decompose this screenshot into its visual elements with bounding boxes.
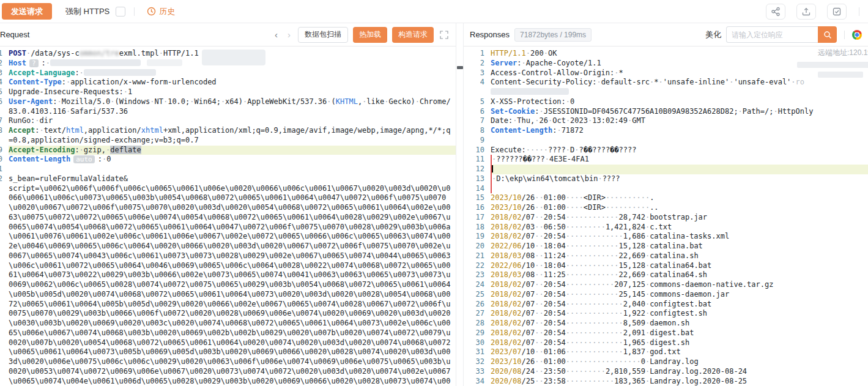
- line-content[interactable]: 2018/02/07··20:54············28,742·boot…: [491, 213, 868, 223]
- build-request-button[interactable]: 构造请求: [392, 27, 434, 43]
- line-content[interactable]: s_bean=ruleFormulaValidate& script=\u006…: [9, 174, 456, 386]
- code-line[interactable]: 222022/06/10··18:04············15,128·ca…: [464, 261, 868, 271]
- line-content[interactable]: 2018/02/07··20:54···········207,125·comm…: [491, 280, 868, 290]
- line-content[interactable]: [491, 165, 868, 174]
- line-content[interactable]: Date:·Thu,·26·Oct·2023·13:02:49·GMT: [491, 116, 868, 126]
- code-line[interactable]: 8Accept:·text/html,application/xhtml+xml…: [0, 126, 456, 146]
- code-line[interactable]: 332020/08/24··23:50·········2,810,559·La…: [464, 367, 868, 377]
- code-line[interactable]: 182018/02/03··06:50·········1,421,824·c.…: [464, 223, 868, 232]
- code-line[interactable]: 282018/02/07··20:54·············8,509·da…: [464, 319, 868, 328]
- code-line[interactable]: 262018/02/07··20:54·············2,040·co…: [464, 300, 868, 310]
- line-content[interactable]: 2023/07/10··01:06·············1,837·god.…: [491, 347, 868, 357]
- code-line[interactable]: 7RunGo:·dir: [0, 116, 456, 126]
- line-content[interactable]: User-Agent:·Mozilla/5.0·(Windows·NT·10.0…: [9, 97, 456, 117]
- line-content[interactable]: Content-Lengthauto:·0: [9, 155, 456, 165]
- line-content[interactable]: 2018/02/07··20:54·············8,509·daem…: [491, 319, 868, 328]
- code-line[interactable]: 9Accept-Encoding:·gzip,·deflate: [0, 146, 456, 155]
- line-content[interactable]: 2018/03/08··11:25············22,669·cata…: [491, 270, 868, 280]
- response-search-input[interactable]: [726, 26, 818, 43]
- line-content[interactable]: RunGo:·dir: [9, 116, 456, 126]
- code-line[interactable]: 212018/03/08··11:24············22,669·ca…: [464, 251, 868, 261]
- hot-reload-button[interactable]: 热加载: [353, 27, 387, 43]
- code-line[interactable]: 252018/02/07··20:54············25,145·co…: [464, 290, 868, 300]
- line-content[interactable]: Upgrade-Insecure-Requests:·1: [9, 87, 456, 97]
- code-line[interactable]: 5Upgrade-Insecure-Requests:·1: [0, 87, 456, 97]
- line-content[interactable]: 2018/02/03··06:50·········1,421,824·c.tx…: [491, 223, 868, 232]
- code-line[interactable]: 3Accept-Language:·: [0, 69, 456, 78]
- line-content[interactable]: 2022/06/10··18:04············15,128·cata…: [491, 261, 868, 271]
- code-line[interactable]: 9: [464, 136, 868, 146]
- tasks-button[interactable]: [827, 4, 847, 20]
- response-search-button[interactable]: [818, 26, 837, 43]
- line-content[interactable]: 2023/10/26··01:00····<DIR>··········..: [491, 203, 868, 213]
- line-content[interactable]: 2020/08/24··23:50·········2,810,559·Land…: [491, 367, 868, 377]
- line-content[interactable]: Content-Security-Policy:·default-src·*·'…: [491, 78, 868, 97]
- line-content[interactable]: 2018/03/08··11:24············22,669·cata…: [491, 251, 868, 261]
- code-line[interactable]: 242018/02/07··20:54···········207,125·co…: [464, 280, 868, 290]
- line-content[interactable]: Access-Control-Allow-Origin:·*: [491, 69, 868, 78]
- code-line[interactable]: 10Content-Lengthauto:·0: [0, 155, 456, 165]
- line-content[interactable]: 2023/10/26··01:00·················0·Land…: [491, 357, 868, 367]
- code-line[interactable]: 172018/02/07··20:54············28,742·bo…: [464, 213, 868, 223]
- code-line[interactable]: 312023/07/10··01:06·············1,837·go…: [464, 347, 868, 357]
- line-content[interactable]: Accept:·text/html,application/xhtml+xml,…: [9, 126, 456, 146]
- code-line[interactable]: 5X-XSS-Protection:·0: [464, 97, 868, 107]
- code-line[interactable]: 202022/06/10··18:04············15,128·ca…: [464, 242, 868, 251]
- line-content[interactable]: Set-Cookie:·JSESSIONID=DF04567C47756A10B…: [491, 107, 868, 117]
- code-line[interactable]: 302018/02/07··20:54·············1,965·di…: [464, 338, 868, 348]
- line-content[interactable]: 2018/02/07··20:54·············2,040·conf…: [491, 300, 868, 310]
- code-line[interactable]: 7Date:·Thu,·26·Oct·2023·13:02:49·GMT: [464, 116, 868, 126]
- history-next-button[interactable]: ›: [285, 30, 293, 39]
- line-content[interactable]: Accept-Language:·: [9, 69, 456, 78]
- share-button[interactable]: [766, 4, 785, 20]
- line-content[interactable]: Content-Type:·application/x-www-form-url…: [9, 78, 456, 87]
- line-content[interactable]: 2018/02/07··20:54·············1,922·conf…: [491, 309, 868, 319]
- force-https-checkbox[interactable]: [116, 7, 125, 17]
- send-request-button[interactable]: 发送请求: [2, 3, 52, 20]
- line-content[interactable]: 2018/02/07··20:54·············1,965·dige…: [491, 338, 868, 348]
- line-content[interactable]: ·??????��???·4E3E-4FA1: [491, 155, 868, 165]
- line-content[interactable]: Execute:·····????·D·?��????��????: [491, 146, 868, 155]
- chrome-browser-icon[interactable]: [852, 30, 862, 40]
- code-line[interactable]: 4Content-Security-Policy:·default-src·*·…: [464, 78, 868, 97]
- line-content[interactable]: 2020/08/25··23:58···········183,365·Land…: [491, 377, 868, 386]
- line-content[interactable]: 2023/10/26··01:00····<DIR>··········.: [491, 193, 868, 203]
- request-editor[interactable]: 1POST·/data/sys-common/treexml.tmpl·HTTP…: [0, 46, 456, 386]
- code-line[interactable]: 272018/02/07··20:54·············1,922·co…: [464, 309, 868, 319]
- history-prev-button[interactable]: ‹: [272, 30, 280, 39]
- code-line[interactable]: 10Execute:·····????·D·?��????��????: [464, 146, 868, 155]
- line-content[interactable]: 2022/06/10··18:04············15,128·cata…: [491, 242, 868, 251]
- line-content[interactable]: Server:·Apache-Coyote/1.1: [491, 59, 868, 69]
- line-content[interactable]: 2018/02/07··20:54·············2,091·dige…: [491, 328, 868, 338]
- beautify-button[interactable]: 美化: [705, 29, 721, 40]
- code-line[interactable]: 6Set-Cookie:·JSESSIONID=DF04567C47756A10…: [464, 107, 868, 117]
- code-line[interactable]: 192018/02/07··20:54·············1,686·ca…: [464, 232, 868, 242]
- line-content[interactable]: X-XSS-Protection:·0: [491, 97, 868, 107]
- line-content[interactable]: [491, 136, 868, 146]
- code-line[interactable]: 14: [464, 184, 868, 194]
- code-line[interactable]: 342020/08/25··23:58···········183,365·La…: [464, 377, 868, 386]
- line-content[interactable]: Content-Length:·71872: [491, 126, 868, 136]
- packet-scan-button[interactable]: 数据包扫描: [298, 27, 348, 43]
- response-editor[interactable]: 远端地址:120.19 1HTTP/1.1·200·OK2Server:·Apa…: [464, 46, 868, 386]
- code-line[interactable]: 12: [464, 165, 868, 174]
- code-line[interactable]: 322023/10/26··01:00·················0·La…: [464, 357, 868, 367]
- code-line[interactable]: 162023/10/26··01:00····<DIR>··········..: [464, 203, 868, 213]
- code-line[interactable]: 3Access-Control-Allow-Origin:·*: [464, 69, 868, 78]
- line-content[interactable]: 2018/02/07··20:54············25,145·comm…: [491, 290, 868, 300]
- line-content[interactable]: ·D:\ekp\win64\tomcat\bin·????: [491, 174, 868, 184]
- code-line[interactable]: 2Server:·Apache-Coyote/1.1: [464, 59, 868, 69]
- line-content[interactable]: Accept-Encoding:·gzip,·deflate: [9, 146, 456, 155]
- history-button[interactable]: 历史: [147, 6, 175, 17]
- line-content[interactable]: 2018/02/07··20:54·············1,686·cata…: [491, 232, 868, 242]
- code-line[interactable]: 6User-Agent:·Mozilla/5.0·(Windows·NT·10.…: [0, 97, 456, 117]
- line-content[interactable]: HTTP/1.1·200·OK: [491, 49, 868, 59]
- export-button[interactable]: [796, 4, 816, 20]
- code-line[interactable]: 152023/10/26··01:00····<DIR>··········.: [464, 193, 868, 203]
- panel-splitter[interactable]: [456, 23, 463, 386]
- code-line[interactable]: 8Content-Length:·71872: [464, 126, 868, 136]
- code-line[interactable]: 292018/02/07··20:54·············2,091·di…: [464, 328, 868, 338]
- code-line[interactable]: 232018/03/08··11:25············22,669·ca…: [464, 270, 868, 280]
- code-line[interactable]: 13·D:\ekp\win64\tomcat\bin·????: [464, 174, 868, 184]
- code-line[interactable]: 12s_bean=ruleFormulaValidate& script=\u0…: [0, 174, 456, 386]
